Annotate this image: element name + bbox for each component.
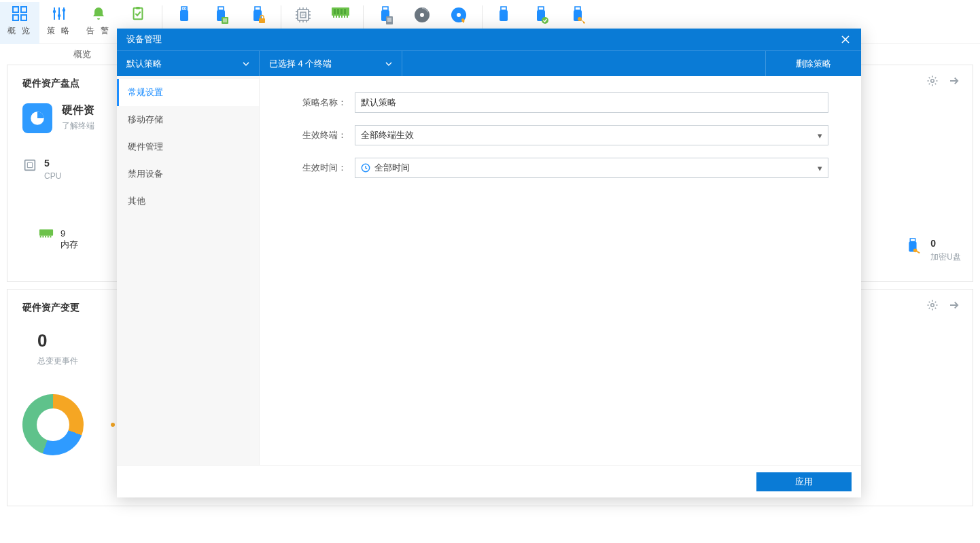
svg-point-41 (578, 17, 582, 21)
svg-rect-9 (181, 7, 187, 10)
stat-mem-num: 9 (60, 228, 78, 239)
svg-point-10 (183, 8, 184, 10)
modal-title: 设备管理 (126, 33, 162, 46)
apply-button-label: 应用 (795, 476, 813, 487)
policy-dropdown[interactable]: 默认策略 (117, 51, 260, 76)
sliders-icon (50, 5, 68, 22)
label-scope: 生效终端： (292, 129, 347, 141)
memory-stat-icon (39, 228, 54, 251)
chevron-down-icon (243, 60, 249, 67)
gear-icon[interactable] (926, 299, 939, 313)
arrow-right-icon[interactable] (948, 299, 960, 313)
gear-icon[interactable] (926, 75, 939, 89)
sidebar-item-label: 移动存储 (128, 113, 163, 126)
row-time: 生效时间： 全部时间 ▾ (292, 158, 828, 178)
delete-policy-label: 删除策略 (796, 58, 831, 70)
modal-toolbar: 默认策略 已选择 4 个终端 删除策略 (117, 50, 861, 76)
bell-icon (90, 5, 107, 22)
svg-rect-25 (340, 9, 343, 14)
sidebar-item-label: 其他 (128, 195, 145, 207)
legend-dot-icon (111, 423, 115, 427)
svg-text:CPU: CPU (300, 14, 307, 17)
input-policy-name-value: 默认策略 (361, 97, 396, 109)
usb-lock-icon (249, 6, 268, 25)
label-time: 生效时间： (292, 162, 347, 174)
svg-rect-18 (259, 18, 265, 23)
stat-mem-row: 9 内存 (39, 228, 78, 251)
svg-rect-24 (337, 9, 339, 14)
arrow-right-icon[interactable] (948, 75, 960, 89)
disc-burn-icon (450, 6, 469, 25)
svg-rect-2 (13, 15, 18, 20)
sidebar-item-other[interactable]: 其他 (117, 188, 259, 215)
svg-rect-1 (21, 7, 27, 12)
overview-tab[interactable]: 概 览 (0, 2, 39, 44)
svg-point-31 (420, 13, 424, 17)
modal-titlebar: 设备管理 (117, 29, 861, 50)
clipboard-check-icon (129, 5, 147, 22)
sidebar-item-hardware[interactable]: 硬件管理 (117, 133, 259, 160)
svg-rect-12 (180, 10, 188, 21)
panel-actions (926, 75, 960, 89)
svg-rect-29 (386, 16, 393, 24)
donut-chart (22, 394, 84, 455)
svg-rect-8 (136, 7, 140, 10)
cpu-stat-icon (22, 158, 37, 173)
asset-logo-icon (22, 103, 52, 133)
modal-body: 常规设置 移动存储 硬件管理 禁用设备 其他 策略名称： 默认策略 生效终端： … (117, 76, 861, 465)
stat-cpu-num: 5 (44, 158, 61, 169)
svg-rect-26 (344, 9, 346, 14)
usb-icon (175, 6, 194, 25)
sidebar-item-label: 硬件管理 (128, 141, 163, 153)
usb-key-icon (569, 6, 588, 25)
sidebar-item-disable[interactable]: 禁用设备 (117, 160, 259, 188)
clock-icon (361, 163, 370, 173)
svg-point-38 (542, 17, 548, 24)
modal-sidebar: 常规设置 移动存储 硬件管理 禁用设备 其他 (117, 76, 260, 465)
usb-list-icon (212, 6, 231, 25)
alert-tab-label: 告 警 (86, 25, 111, 37)
disc-icon (413, 6, 432, 25)
grid-icon (11, 5, 29, 22)
svg-rect-13 (218, 7, 224, 10)
policy-tab[interactable]: 策 略 (39, 2, 79, 44)
stat-cpu-label: CPU (44, 171, 61, 181)
sidebar-item-label: 常规设置 (128, 86, 163, 99)
memory-icon (331, 6, 350, 25)
select-scope[interactable]: 全部终端生效 ▾ (355, 125, 828, 145)
form-area: 策略名称： 默认策略 生效终端： 全部终端生效 ▾ 生效时间： 全部时间 (260, 76, 861, 465)
svg-rect-34 (501, 7, 506, 10)
svg-point-42 (931, 80, 934, 83)
sidebar-item-general[interactable]: 常规设置 (117, 79, 259, 106)
svg-rect-3 (21, 15, 27, 20)
svg-point-11 (185, 8, 186, 10)
select-scope-value: 全部终端生效 (361, 129, 414, 141)
apply-button[interactable]: 应用 (756, 472, 852, 491)
svg-rect-48 (911, 239, 915, 242)
svg-rect-46 (39, 230, 53, 236)
usb-key-small-icon (905, 238, 922, 256)
close-button[interactable] (839, 33, 852, 46)
terminal-dropdown[interactable]: 已选择 4 个终端 (260, 51, 402, 76)
svg-point-5 (58, 14, 60, 17)
overview-tab-label: 概 览 (7, 25, 32, 37)
right-stat-encrypted-usb: 0 加密U盘 (905, 238, 961, 263)
svg-rect-16 (255, 7, 260, 10)
stat-mem-label: 内存 (60, 239, 78, 251)
svg-rect-39 (575, 7, 580, 10)
sidebar-item-removable[interactable]: 移动存储 (117, 106, 259, 133)
asset-card-title: 硬件资 (62, 103, 94, 118)
input-policy-name[interactable]: 默认策略 (355, 92, 828, 113)
svg-rect-35 (500, 10, 508, 21)
alert-tab[interactable]: 告 警 (79, 2, 118, 44)
policy-tab-label: 策 略 (47, 25, 71, 37)
delete-policy-button[interactable]: 删除策略 (766, 51, 861, 76)
modal-footer: 应用 (117, 465, 861, 497)
row-policy-name: 策略名称： 默认策略 (292, 92, 828, 113)
svg-point-47 (931, 304, 934, 307)
svg-rect-27 (383, 7, 388, 10)
select-time[interactable]: 全部时间 ▾ (355, 158, 828, 178)
row-scope: 生效终端： 全部终端生效 ▾ (292, 125, 828, 145)
right-stat-label: 加密U盘 (930, 251, 961, 263)
svg-point-4 (53, 10, 56, 13)
